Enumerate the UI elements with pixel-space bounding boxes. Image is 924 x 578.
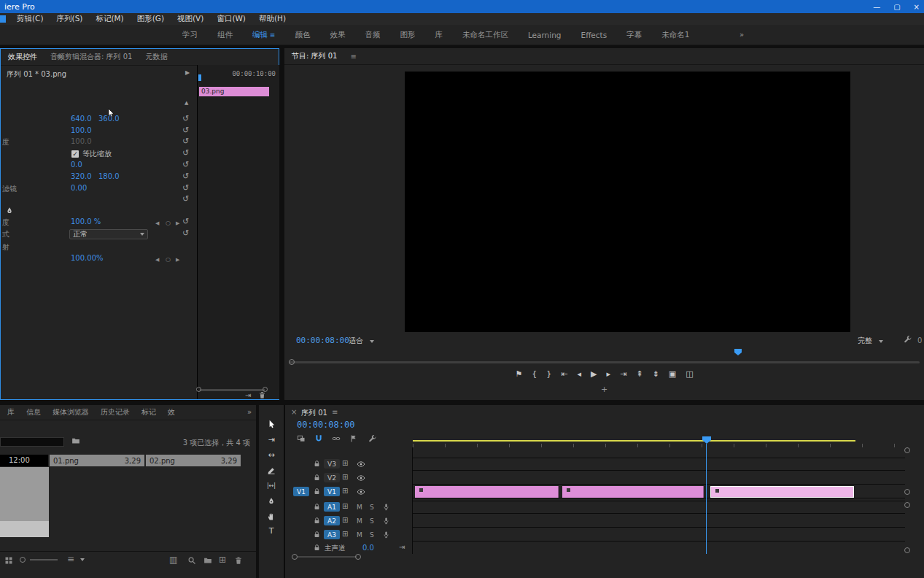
sync-lock-icon[interactable]: ⊞ bbox=[342, 473, 348, 481]
mic-icon[interactable] bbox=[382, 517, 390, 525]
opacity-value[interactable]: 100.0 % bbox=[71, 217, 101, 226]
zoom-handle-left[interactable] bbox=[292, 554, 298, 560]
lock-icon[interactable] bbox=[313, 460, 321, 468]
step-forward-button[interactable]: ▸ bbox=[607, 369, 611, 379]
mute-button[interactable]: M bbox=[357, 531, 362, 539]
sync-lock-icon[interactable]: ⊞ bbox=[342, 487, 348, 495]
lock-icon[interactable] bbox=[313, 503, 321, 511]
zoom-fit-dropdown[interactable]: 适合 bbox=[349, 336, 374, 346]
zoom-out-handle[interactable] bbox=[20, 557, 26, 563]
zoom-handle-right[interactable] bbox=[355, 554, 361, 560]
maximize-button[interactable]: ▢ bbox=[893, 3, 900, 11]
workspace-tab-graphics[interactable]: 图形 bbox=[400, 30, 415, 40]
lift-button[interactable]: ⇞ bbox=[636, 369, 642, 379]
reset-icon[interactable]: ↺ bbox=[182, 137, 189, 145]
timeline-clip-1[interactable] bbox=[415, 486, 559, 498]
delete-effect-icon[interactable] bbox=[258, 391, 266, 399]
anchor-y-value[interactable]: 180.0 bbox=[98, 172, 120, 180]
track-select-forward-tool[interactable]: ⇥ bbox=[259, 434, 284, 446]
new-item-icon[interactable]: ⊞ bbox=[219, 555, 226, 565]
workspace-tab-effects[interactable]: Effects bbox=[581, 31, 607, 39]
prev-keyframe-icon[interactable]: ◀ bbox=[155, 255, 159, 264]
clip-thumbnail[interactable] bbox=[0, 467, 49, 537]
mute-button[interactable]: M bbox=[357, 504, 362, 511]
vscroll-handle[interactable] bbox=[904, 489, 910, 495]
solo-button[interactable]: S bbox=[370, 531, 374, 539]
minimize-button[interactable]: — bbox=[873, 3, 880, 11]
lock-icon[interactable] bbox=[313, 517, 321, 525]
workspace-tab-audio[interactable]: 音频 bbox=[365, 30, 380, 40]
reset-icon[interactable]: ↺ bbox=[182, 195, 189, 203]
mute-button[interactable]: M bbox=[357, 517, 362, 525]
thumbnail-zoom-slider[interactable] bbox=[30, 559, 58, 560]
next-keyframe-icon[interactable]: ▶ bbox=[176, 255, 179, 264]
track-target-button[interactable]: A2 bbox=[324, 516, 340, 525]
scrubber-handle-left[interactable] bbox=[289, 359, 295, 365]
nest-insert-icon[interactable] bbox=[297, 434, 306, 443]
workspace-tab-unnamed[interactable]: 未命名工作区 bbox=[462, 30, 508, 40]
timeline-zoom-bar[interactable] bbox=[298, 556, 357, 558]
list-view-icon[interactable]: ≡ bbox=[67, 554, 74, 564]
timeline-settings-wrench-icon[interactable] bbox=[368, 434, 377, 443]
reset-icon[interactable]: ↺ bbox=[182, 229, 189, 237]
master-gain-value[interactable]: 0.0 bbox=[362, 544, 374, 552]
filter-input[interactable] bbox=[0, 437, 64, 447]
vscroll-handle[interactable] bbox=[904, 447, 910, 453]
eye-icon[interactable] bbox=[357, 488, 365, 496]
mini-zoom-bar[interactable] bbox=[200, 389, 265, 391]
snap-magnet-icon[interactable] bbox=[314, 434, 323, 443]
lock-icon[interactable] bbox=[313, 474, 321, 482]
add-marker-button[interactable]: ⚑ bbox=[515, 369, 522, 379]
type-tool[interactable]: T bbox=[259, 525, 284, 537]
playback-quality-dropdown[interactable]: 完整 bbox=[858, 336, 883, 346]
eye-icon[interactable] bbox=[357, 460, 365, 469]
add-marker-icon[interactable] bbox=[349, 434, 358, 443]
reset-icon[interactable]: ↺ bbox=[182, 217, 189, 226]
program-scrubber-track[interactable] bbox=[289, 361, 920, 363]
01.png[interactable]: 01.png 3,29 bbox=[50, 455, 144, 466]
selection-tool[interactable] bbox=[259, 418, 284, 431]
step-back-button[interactable]: ◂ bbox=[578, 369, 582, 379]
timeline-clip-3-selected[interactable] bbox=[710, 486, 854, 498]
reset-icon[interactable]: ↺ bbox=[182, 115, 189, 123]
menu-sequence[interactable]: 序列(S) bbox=[50, 14, 90, 24]
razor-tool[interactable] bbox=[259, 464, 284, 477]
new-bin-icon[interactable] bbox=[203, 556, 212, 565]
mark-out-button[interactable]: } bbox=[546, 369, 551, 379]
tab-history[interactable]: 历史记录 bbox=[101, 407, 130, 417]
mic-icon[interactable] bbox=[382, 531, 390, 539]
workspace-tab-captions[interactable]: 字幕 bbox=[626, 30, 642, 40]
uniform-scale-checkbox[interactable]: ✓ bbox=[71, 150, 79, 158]
program-playhead-marker[interactable] bbox=[734, 349, 742, 355]
mini-playhead[interactable] bbox=[198, 74, 201, 81]
tab-overflow-button[interactable]: » bbox=[247, 408, 252, 416]
track-target-button[interactable]: V1 bbox=[324, 487, 340, 496]
menu-markers[interactable]: 标记(M) bbox=[89, 14, 130, 24]
next-keyframe-icon[interactable]: ▶ bbox=[176, 219, 179, 228]
sync-lock-icon[interactable]: ⊞ bbox=[342, 459, 348, 467]
search-icon[interactable] bbox=[187, 556, 196, 565]
extract-button[interactable]: ⇟ bbox=[653, 369, 659, 379]
ripple-edit-tool[interactable]: ↔ bbox=[259, 449, 284, 461]
workspace-tab-editing[interactable]: 编辑 bbox=[252, 30, 275, 40]
reset-icon[interactable]: ↺ bbox=[182, 172, 189, 180]
menu-graphics[interactable]: 图形(G) bbox=[131, 14, 171, 24]
scroll-up-icon[interactable]: ▲ bbox=[185, 100, 188, 106]
source-patch-v1[interactable]: V1 bbox=[293, 487, 309, 496]
menu-clip[interactable]: 剪辑(C) bbox=[10, 14, 50, 24]
export-frame-button[interactable]: ▣ bbox=[669, 369, 676, 379]
go-to-in-button[interactable]: ⇤ bbox=[561, 369, 567, 379]
panel-menu-icon[interactable]: ≡ bbox=[350, 53, 356, 61]
pen-mask-icon[interactable] bbox=[5, 207, 14, 215]
panel-menu-icon[interactable]: ≡ bbox=[56, 53, 62, 61]
pen-tool[interactable] bbox=[259, 495, 284, 507]
mini-zoom-handle-left[interactable] bbox=[196, 387, 201, 392]
vscroll-handle[interactable] bbox=[904, 547, 910, 553]
timeline-timecode[interactable]: 00:00:08:00 bbox=[297, 420, 354, 430]
timeline-tab-label[interactable]: 序列 01 bbox=[301, 408, 327, 418]
mic-icon[interactable] bbox=[382, 503, 390, 511]
mini-clip-bar[interactable]: 03.png bbox=[199, 87, 269, 96]
automate-to-sequence-icon[interactable]: ▥ bbox=[169, 555, 177, 565]
work-area-bar[interactable] bbox=[413, 440, 855, 442]
track-target-button[interactable]: A3 bbox=[324, 530, 340, 539]
